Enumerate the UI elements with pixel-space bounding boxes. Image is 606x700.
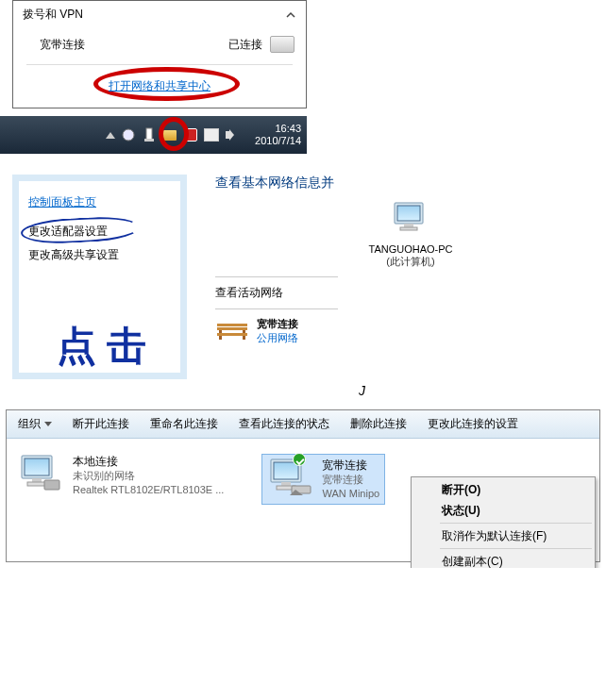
clock-time: 16:43 — [255, 123, 301, 135]
svg-rect-11 — [217, 333, 247, 336]
connection-device-text: WAN Minipo — [322, 487, 379, 501]
svg-rect-8 — [217, 327, 247, 330]
network-adapter-icon — [267, 458, 312, 499]
connection-status-text: 未识别的网络 — [73, 469, 224, 483]
context-menu: 断开(O) 状态(U) 取消作为默认连接(F) 创建副本(C) 创建快捷方式(S… — [411, 476, 596, 568]
toolbar-status[interactable]: 查看此连接的状态 — [239, 416, 329, 432]
popup-header: 拨号和 VPN — [13, 1, 306, 28]
toolbar-rename[interactable]: 重命名此连接 — [150, 416, 218, 432]
separator — [215, 308, 338, 309]
ctx-disconnect[interactable]: 断开(O) — [413, 479, 593, 500]
activity-label: 查看活动网络 — [215, 285, 606, 301]
svg-rect-6 — [400, 227, 417, 230]
network-center-title: 查看基本网络信息并 — [215, 175, 606, 192]
svg-rect-14 — [32, 478, 42, 482]
control-panel-home-link[interactable]: 控制面板主页 — [28, 194, 96, 210]
tray-security-icon[interactable] — [183, 127, 198, 142]
popup-header-title: 拨号和 VPN — [23, 7, 83, 23]
open-network-center-link[interactable]: 打开网络和共享中心 — [109, 79, 210, 92]
network-connections-window: 组织 断开此连接 重命名此连接 查看此连接的状态 删除此连接 更改此连接的设置 … — [6, 409, 600, 562]
computer-sub: (此计算机) — [215, 255, 606, 269]
computer-icon — [391, 201, 430, 235]
connection-local[interactable]: 本地连接 未识别的网络 Realtek RTL8102E/RTL8103E ..… — [18, 454, 224, 505]
computer-name: TANGUOHAO-PC — [215, 243, 606, 255]
svg-rect-2 — [144, 139, 154, 142]
network-adapter-icon — [18, 454, 63, 495]
active-network-name: 宽带连接 — [257, 317, 298, 331]
svg-rect-5 — [404, 224, 413, 227]
toolbar: 组织 断开此连接 重命名此连接 查看此连接的状态 删除此连接 更改此连接的设置 — [7, 410, 599, 439]
svg-rect-4 — [397, 206, 420, 221]
tray-action-center-icon[interactable] — [142, 127, 157, 142]
bench-icon — [215, 320, 249, 342]
connection-status: 已连接 — [228, 37, 262, 53]
tray-network-icon[interactable] — [204, 127, 219, 142]
ctx-copy[interactable]: 创建副本(C) — [413, 551, 593, 568]
taskbar: 16:43 2010/7/14 — [0, 116, 307, 154]
svg-rect-15 — [27, 482, 46, 486]
active-network-type[interactable]: 公用网络 — [257, 331, 298, 345]
svg-rect-7 — [217, 324, 247, 326]
tray-expand-icon[interactable] — [106, 132, 115, 139]
connection-device-text: Realtek RTL8102E/RTL8103E ... — [73, 483, 224, 497]
cursor-text: J — [359, 383, 365, 398]
ctx-unset-default[interactable]: 取消作为默认连接(F) — [413, 525, 593, 546]
separator — [26, 64, 293, 65]
svg-point-0 — [123, 129, 134, 141]
connection-name: 宽带连接 — [40, 37, 228, 53]
chevron-down-icon — [44, 422, 52, 426]
connection-name: 本地连接 — [73, 454, 224, 469]
toolbar-organize[interactable]: 组织 — [18, 416, 52, 432]
toolbar-delete[interactable]: 删除此连接 — [350, 416, 407, 432]
svg-rect-19 — [281, 482, 291, 486]
control-panel-sidebar: 控制面板主页 更改适配器设置 更改高级共享设置 点 击 — [12, 175, 187, 379]
connection-name: 宽带连接 — [322, 458, 379, 473]
svg-rect-16 — [44, 480, 59, 490]
ctx-status[interactable]: 状态(U) — [413, 500, 593, 521]
separator — [440, 548, 592, 549]
toolbar-disconnect[interactable]: 断开此连接 — [73, 416, 129, 432]
annotation-handwriting: 点 击 — [57, 320, 146, 373]
tray-volume-icon[interactable] — [225, 127, 240, 142]
toolbar-change[interactable]: 更改此连接的设置 — [428, 416, 518, 432]
svg-rect-1 — [146, 128, 152, 140]
modem-icon — [270, 36, 295, 53]
change-adapter-settings-link[interactable]: 更改适配器设置 — [28, 224, 171, 240]
connection-status-text: 宽带连接 — [322, 473, 379, 487]
network-center-main: 查看基本网络信息并 TANGUOHAO-PC (此计算机) 查看活动网络 — [215, 175, 606, 379]
tray-folder-icon[interactable] — [162, 127, 177, 142]
clock-date: 2010/7/14 — [255, 135, 301, 147]
connection-row[interactable]: 宽带连接 已连接 — [13, 28, 306, 60]
separator — [215, 276, 338, 277]
system-tray: 16:43 2010/7/14 — [59, 123, 301, 147]
connection-broadband-selected[interactable]: 宽带连接 宽带连接 WAN Minipo — [261, 454, 385, 505]
chevron-up-icon[interactable] — [285, 9, 296, 21]
taskbar-clock[interactable]: 16:43 2010/7/14 — [255, 123, 301, 147]
separator — [440, 523, 592, 524]
network-tray-popup: 拨号和 VPN 宽带连接 已连接 打开网络和共享中心 — [12, 0, 307, 108]
change-sharing-settings-link[interactable]: 更改高级共享设置 — [28, 247, 171, 263]
tray-app-icon[interactable] — [121, 127, 136, 142]
svg-rect-13 — [25, 458, 49, 475]
